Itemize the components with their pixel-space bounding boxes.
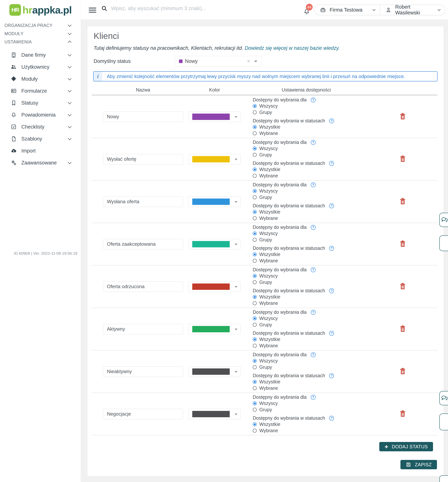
search-input[interactable] bbox=[111, 5, 258, 12]
status-color-select[interactable] bbox=[188, 197, 241, 207]
radio-selected-icon[interactable] bbox=[253, 231, 257, 235]
radio-option[interactable]: Wszystkie bbox=[253, 379, 382, 385]
radio-option[interactable]: Wszystkie bbox=[253, 421, 382, 427]
status-name-input[interactable] bbox=[103, 366, 183, 377]
radio-unselected-icon[interactable] bbox=[253, 344, 257, 348]
status-name-input[interactable] bbox=[103, 239, 183, 249]
radio-option[interactable]: Wszystkie bbox=[253, 166, 382, 173]
notifications-button[interactable]: 44 bbox=[303, 5, 314, 16]
radio-selected-icon[interactable] bbox=[253, 401, 257, 405]
help-icon[interactable]: ? bbox=[329, 161, 334, 166]
radio-selected-icon[interactable] bbox=[253, 316, 257, 320]
radio-unselected-icon[interactable] bbox=[253, 323, 257, 327]
radio-option[interactable]: Grupy bbox=[253, 152, 382, 158]
radio-option[interactable]: Wszystkie bbox=[253, 124, 382, 130]
radio-option[interactable]: Wszyscy bbox=[253, 103, 382, 109]
help-icon[interactable]: ? bbox=[311, 395, 316, 400]
radio-unselected-icon[interactable] bbox=[253, 301, 257, 305]
help-icon[interactable]: ? bbox=[329, 203, 334, 208]
status-row[interactable]: Dostępny do wybrania dla ? Wszyscy Grupy… bbox=[92, 308, 438, 350]
radio-unselected-icon[interactable] bbox=[253, 386, 257, 390]
radio-option[interactable]: Wybrane bbox=[253, 130, 382, 137]
sidebar-item[interactable]: Checklisty bbox=[0, 121, 81, 133]
help-icon[interactable]: ? bbox=[311, 267, 316, 272]
status-color-select[interactable] bbox=[188, 111, 241, 122]
radio-unselected-icon[interactable] bbox=[253, 408, 257, 412]
company-selector[interactable]: Firma Testowa bbox=[315, 5, 380, 15]
radio-option[interactable]: Grupy bbox=[253, 364, 382, 371]
status-name-input[interactable] bbox=[103, 197, 183, 207]
status-row[interactable]: Dostępny do wybrania dla ? Wszyscy Grupy… bbox=[92, 266, 438, 308]
sidebar-section[interactable]: MODUŁY bbox=[0, 30, 81, 38]
sidebar-section[interactable]: ORGANIZACJA PRACY bbox=[0, 21, 81, 30]
radio-option[interactable]: Wszystkie bbox=[253, 336, 382, 343]
sidebar-item[interactable]: Formularze bbox=[0, 85, 81, 97]
radio-option[interactable]: Grupy bbox=[253, 322, 382, 328]
radio-option[interactable]: Wszyscy bbox=[253, 273, 382, 279]
sidebar-item[interactable]: Szablony bbox=[0, 133, 81, 145]
radio-unselected-icon[interactable] bbox=[253, 365, 257, 369]
radio-option[interactable]: Wszyscy bbox=[253, 230, 382, 237]
save-button[interactable]: ZAPISZ bbox=[400, 460, 437, 469]
status-name-input[interactable] bbox=[103, 409, 183, 419]
help-icon[interactable]: ? bbox=[329, 373, 334, 378]
radio-option[interactable]: Grupy bbox=[253, 407, 382, 413]
radio-unselected-icon[interactable] bbox=[253, 131, 257, 135]
delete-status-button[interactable] bbox=[399, 112, 406, 121]
radio-selected-icon[interactable] bbox=[253, 253, 257, 256]
side-tab-button[interactable] bbox=[439, 475, 448, 482]
status-color-select[interactable] bbox=[188, 239, 241, 249]
status-row[interactable]: Dostępny do wybrania dla ? Wszyscy Grupy… bbox=[92, 350, 438, 393]
sidebar-item[interactable]: Dane firmy bbox=[0, 49, 81, 61]
delete-status-button[interactable] bbox=[399, 325, 406, 333]
help-icon[interactable]: ? bbox=[311, 182, 316, 187]
radio-option[interactable]: Wszyscy bbox=[253, 145, 382, 152]
sidebar-item[interactable]: Powiadomienia bbox=[0, 109, 81, 121]
radio-option[interactable]: Wybrane bbox=[253, 343, 382, 349]
sidebar-item[interactable]: Użytkownicy bbox=[0, 61, 81, 73]
help-icon[interactable]: ? bbox=[329, 331, 334, 336]
hamburger-menu-icon[interactable] bbox=[89, 6, 96, 14]
radio-option[interactable]: Wszyscy bbox=[253, 400, 382, 407]
status-name-input[interactable] bbox=[103, 324, 183, 334]
radio-option[interactable]: Wszyscy bbox=[253, 188, 382, 194]
help-icon[interactable]: ? bbox=[329, 288, 334, 293]
radio-selected-icon[interactable] bbox=[253, 422, 257, 426]
radio-selected-icon[interactable] bbox=[253, 359, 257, 363]
radio-selected-icon[interactable] bbox=[253, 167, 257, 171]
radio-option[interactable]: Grupy bbox=[253, 237, 382, 243]
radio-selected-icon[interactable] bbox=[253, 274, 257, 278]
side-tab-button[interactable] bbox=[439, 235, 448, 251]
radio-option[interactable]: Wszystkie bbox=[253, 251, 382, 258]
side-tab-button[interactable] bbox=[439, 413, 448, 430]
delete-status-button[interactable] bbox=[399, 198, 406, 206]
sidebar-item[interactable]: Statusy bbox=[0, 97, 81, 109]
clear-icon[interactable]: × bbox=[247, 58, 250, 64]
radio-unselected-icon[interactable] bbox=[253, 195, 257, 199]
radio-option[interactable]: Wybrane bbox=[253, 427, 382, 434]
sidebar-item[interactable]: Zaawansowane bbox=[0, 157, 81, 169]
status-row[interactable]: Dostępny do wybrania dla ? Wszyscy Grupy… bbox=[92, 181, 438, 223]
radio-option[interactable]: Grupy bbox=[253, 279, 382, 285]
radio-option[interactable]: Wybrane bbox=[253, 215, 382, 221]
default-status-select[interactable]: Nowy × bbox=[175, 56, 262, 66]
radio-option[interactable]: Grupy bbox=[253, 194, 382, 201]
radio-option[interactable]: Wybrane bbox=[253, 173, 382, 179]
radio-unselected-icon[interactable] bbox=[253, 280, 257, 284]
status-row[interactable]: Dostępny do wybrania dla ? Wszyscy Grupy… bbox=[92, 393, 438, 435]
radio-option[interactable]: Wszystkie bbox=[253, 209, 382, 215]
radio-unselected-icon[interactable] bbox=[253, 174, 257, 178]
help-icon[interactable]: ? bbox=[311, 140, 316, 145]
radio-selected-icon[interactable] bbox=[253, 189, 257, 193]
radio-selected-icon[interactable] bbox=[253, 104, 257, 108]
radio-option[interactable]: Grupy bbox=[253, 109, 382, 116]
radio-unselected-icon[interactable] bbox=[253, 153, 257, 157]
status-row[interactable]: Dostępny do wybrania dla ? Wszyscy Grupy… bbox=[92, 96, 438, 138]
help-icon[interactable]: ? bbox=[311, 225, 316, 230]
sidebar-item[interactable]: Import bbox=[0, 145, 81, 157]
status-row[interactable]: Dostępny do wybrania dla ? Wszyscy Grupy… bbox=[92, 138, 438, 181]
help-icon[interactable]: ? bbox=[311, 352, 316, 357]
status-color-select[interactable] bbox=[188, 281, 241, 292]
status-row[interactable]: Dostępny do wybrania dla ? Wszyscy Grupy… bbox=[92, 223, 438, 266]
status-color-select[interactable] bbox=[188, 324, 241, 334]
